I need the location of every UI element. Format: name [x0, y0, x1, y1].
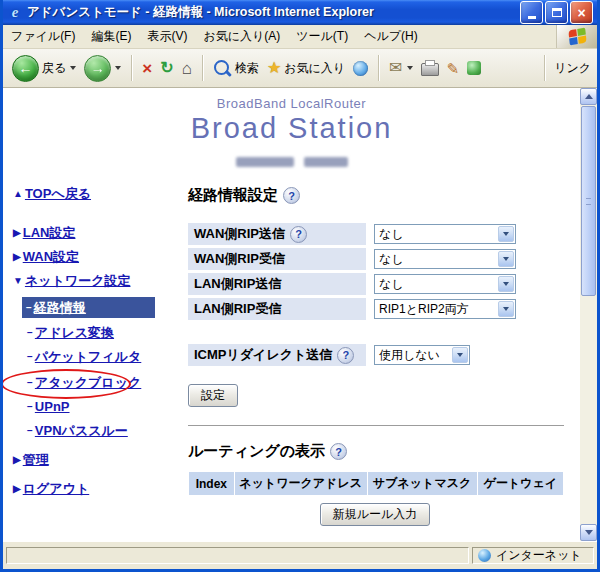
sidebar-item-route-info[interactable]: −経路情報 — [22, 297, 155, 318]
sidebar-item-lan[interactable]: ▶LAN設定 — [13, 225, 188, 240]
routing-display-heading: ルーティングの表示 ? — [188, 442, 564, 461]
favorites-button[interactable]: ★ お気に入り — [264, 58, 348, 79]
vertical-scrollbar[interactable] — [580, 88, 597, 541]
mail-button[interactable]: ✉ — [386, 58, 415, 78]
sidebar-nav: ▲TOPへ戻る ▶LAN設定 ▶WAN設定 ▼ネットワーク設定 −経路情報 — [13, 186, 188, 526]
menu-help[interactable]: ヘルプ(H) — [356, 25, 426, 48]
back-button[interactable]: ← 戻る — [9, 53, 79, 84]
search-button[interactable]: 検索 — [210, 58, 262, 79]
toolbar-separator — [131, 55, 132, 81]
sidebar-item-address-translation[interactable]: −アドレス変換 — [27, 325, 188, 340]
form-row: WAN側RIP送信 ? なし — [188, 223, 564, 245]
maximize-button[interactable] — [545, 1, 568, 24]
mail-dropdown-icon[interactable] — [407, 66, 413, 70]
lan-rip-receive-select[interactable]: RIP1とRIP2両方 — [374, 299, 516, 319]
menu-tools[interactable]: ツール(T) — [288, 25, 356, 48]
sidebar-item-packet-filter[interactable]: −パケットフィルタ — [27, 349, 188, 364]
home-button[interactable]: ⌂ — [179, 58, 195, 79]
menu-favorites[interactable]: お気に入り(A) — [195, 25, 288, 48]
edit-button[interactable]: ✎ — [444, 59, 463, 78]
printer-icon — [421, 63, 439, 76]
forward-dropdown-icon[interactable] — [115, 66, 121, 70]
close-button[interactable]: × — [570, 1, 593, 24]
ie-window: e アドバンストモード - 経路情報 - Microsoft Internet … — [0, 0, 600, 572]
maximize-icon — [552, 8, 562, 17]
links-label: リンク — [554, 60, 591, 77]
help-icon[interactable]: ? — [330, 443, 347, 460]
scroll-up-button[interactable] — [580, 88, 597, 105]
status-zone-pane: インターネット — [472, 547, 594, 564]
windows-logo — [556, 25, 597, 48]
sidebar-item-logout[interactable]: ▶ログアウト — [13, 481, 188, 496]
tree-dash-icon: − — [27, 399, 33, 414]
minimize-button[interactable] — [520, 1, 543, 24]
chevron-down-icon[interactable] — [498, 251, 514, 267]
search-icon — [214, 60, 229, 75]
chevron-down-icon[interactable] — [498, 301, 514, 317]
lan-rip-receive-label: LAN側RIP受信 — [188, 298, 366, 320]
scrollbar-thumb[interactable] — [581, 106, 596, 296]
scroll-down-button[interactable] — [580, 524, 597, 541]
wan-rip-receive-label: WAN側RIP受信 — [188, 248, 366, 270]
titlebar[interactable]: e アドバンストモード - 経路情報 - Microsoft Internet … — [3, 0, 597, 25]
lan-rip-send-label: LAN側RIP送信 — [188, 273, 366, 295]
tree-dash-icon: − — [27, 375, 33, 390]
stop-button[interactable]: × — [139, 58, 155, 79]
links-bar[interactable]: リンク — [539, 55, 591, 81]
windows-flag-icon — [568, 28, 586, 46]
chevron-down-icon[interactable] — [452, 347, 468, 363]
arrow-right-icon: ▶ — [13, 249, 21, 264]
arrow-down-icon: ▼ — [13, 273, 23, 288]
route-settings-title: 経路情報設定 — [188, 186, 278, 205]
tree-dash-icon: − — [27, 423, 33, 438]
sidebar-item-vpn-passthrough[interactable]: −VPNパススルー — [27, 423, 188, 438]
media-button[interactable] — [350, 59, 371, 78]
sidebar-item-upnp[interactable]: −UPnP — [27, 399, 188, 414]
menu-file[interactable]: ファイル(F) — [3, 25, 83, 48]
routing-display-title: ルーティングの表示 — [188, 442, 325, 461]
chevron-down-icon[interactable] — [498, 226, 514, 242]
mail-icon: ✉ — [389, 60, 402, 76]
refresh-button[interactable]: ↻ — [157, 58, 176, 78]
sidebar-item-admin[interactable]: ▶管理 — [13, 452, 188, 467]
new-rule-row: 新規ルール入力 — [188, 503, 562, 526]
menu-edit[interactable]: 編集(E) — [83, 25, 139, 48]
lan-rip-send-select[interactable]: なし — [374, 274, 516, 294]
back-dropdown-icon[interactable] — [70, 66, 76, 70]
ie-toolbar: ← 戻る → × ↻ ⌂ 検索 ★ お気に入り ✉ ✎ — [3, 49, 597, 88]
internet-zone-label: インターネット — [496, 547, 582, 564]
refresh-icon: ↻ — [160, 60, 173, 76]
sidebar-item-attack-block[interactable]: −アタックブロック — [27, 375, 141, 390]
toolbar-separator — [202, 55, 203, 81]
arrow-right-icon: ▶ — [13, 481, 21, 496]
menu-view[interactable]: 表示(V) — [139, 25, 195, 48]
help-icon[interactable]: ? — [283, 187, 300, 204]
rip-form: WAN側RIP送信 ? なし WAN側RIP受信 — [188, 223, 564, 366]
arrow-right-icon: ▶ — [13, 225, 21, 240]
messenger-button[interactable] — [464, 59, 484, 77]
route-settings-heading: 経路情報設定 ? — [188, 186, 564, 205]
media-globe-icon — [353, 61, 368, 76]
ie-glyph: e — [12, 4, 19, 21]
sidebar-item-network[interactable]: ▼ネットワーク設定 — [13, 273, 188, 288]
icmp-redirect-select[interactable]: 使用しない — [374, 345, 470, 365]
col-subnet-mask: サブネットマスク — [368, 472, 477, 495]
wan-rip-send-select[interactable]: なし — [374, 224, 516, 244]
forward-icon: → — [84, 55, 111, 82]
apply-button[interactable]: 設定 — [188, 384, 238, 407]
wan-rip-receive-select[interactable]: なし — [374, 249, 516, 269]
help-icon[interactable]: ? — [290, 226, 307, 243]
ie-logo-icon: e — [7, 5, 23, 21]
toolbar-separator — [544, 55, 545, 81]
help-icon[interactable]: ? — [337, 347, 354, 364]
print-button[interactable] — [418, 58, 442, 78]
submit-row: 設定 — [188, 384, 564, 407]
brand-subtitle: BroadBand LocalRouter — [3, 96, 580, 111]
arrow-right-icon: ▶ — [13, 452, 21, 467]
chevron-down-icon[interactable] — [498, 276, 514, 292]
sidebar-item-top[interactable]: ▲TOPへ戻る — [13, 186, 188, 201]
new-rule-button[interactable]: 新規ルール入力 — [320, 503, 431, 526]
forward-button[interactable]: → — [81, 53, 124, 84]
sidebar-item-wan[interactable]: ▶WAN設定 — [13, 249, 188, 264]
form-row: WAN側RIP受信 なし — [188, 248, 564, 270]
